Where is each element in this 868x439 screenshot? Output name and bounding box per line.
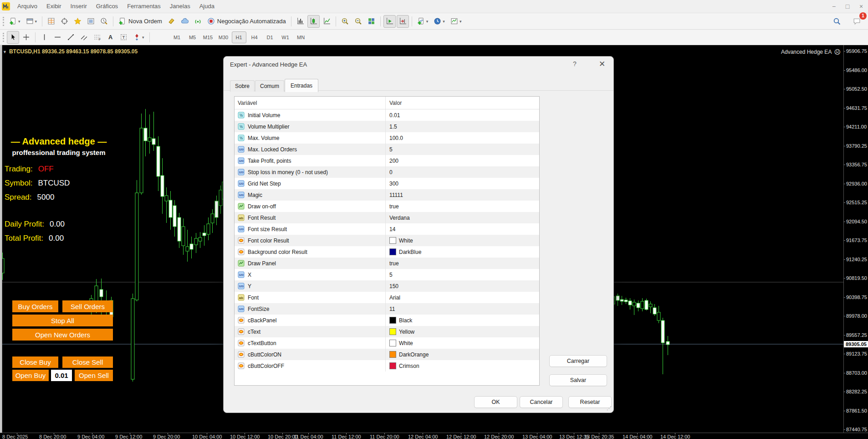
parameters-table[interactable]: Variável Valor ½Initial Volume0.01½Volum… [234, 96, 540, 386]
param-row[interactable]: cTextYellow [235, 326, 539, 337]
param-value[interactable]: 11 [389, 306, 395, 312]
param-row[interactable]: Font color ResultWhite [235, 235, 539, 246]
market-watch-button[interactable] [45, 15, 57, 28]
open-new-orders-button[interactable]: Open New Orders [12, 329, 113, 341]
param-row[interactable]: abFontArial [235, 292, 539, 303]
algo-trading-button[interactable]: Negociação Automatizada [205, 15, 288, 28]
param-value[interactable]: Verdana [389, 215, 410, 221]
lot-size-input[interactable]: 0.01 [51, 370, 72, 381]
close-window-button[interactable]: × [854, 0, 868, 12]
param-value[interactable]: true [389, 203, 399, 210]
param-row[interactable]: 123Magic11111 [235, 189, 539, 201]
param-value[interactable]: 0 [389, 169, 393, 176]
menu-inserir[interactable]: Inserir [66, 0, 92, 13]
sell-orders-button[interactable]: Sell Orders [62, 300, 113, 312]
param-row[interactable]: cBackPanelBlack [235, 315, 539, 326]
search-button[interactable] [831, 15, 843, 28]
param-value[interactable]: 14 [389, 226, 395, 232]
param-row[interactable]: ½Volume Multiplier1.5 [235, 121, 539, 132]
navigator-button[interactable] [71, 15, 84, 28]
price-axis[interactable]: 95906.7595486.0095052.5094631.7594211.00… [843, 45, 868, 433]
param-row[interactable]: cTextButtonWhite [235, 337, 539, 349]
param-row[interactable]: 123Y150 [235, 280, 539, 292]
depth-of-market-button[interactable] [165, 15, 178, 28]
reset-button[interactable]: Resetar [568, 396, 612, 408]
timeframe-m15[interactable]: M15 [201, 31, 215, 43]
param-value[interactable]: DarkOrange [399, 351, 429, 358]
menu-exibir[interactable]: Exibir [42, 0, 66, 13]
periods-dropdown-icon[interactable]: ▾ [443, 19, 445, 24]
param-row[interactable]: 123Grid Net Step300 [235, 178, 539, 189]
crosshair-button[interactable] [20, 31, 32, 44]
param-row[interactable]: 123Take Profit, points200 [235, 155, 539, 166]
param-value[interactable]: 150 [389, 283, 398, 289]
tile-windows-button[interactable] [365, 15, 378, 28]
chart-bars-button[interactable] [294, 15, 306, 28]
templates-dropdown-icon[interactable]: ▾ [460, 19, 462, 24]
text-button[interactable]: A [104, 31, 117, 44]
param-value[interactable]: Black [399, 317, 412, 324]
dialog-help-button[interactable]: ? [570, 60, 580, 67]
param-value[interactable]: Crimson [399, 363, 419, 369]
vertical-line-button[interactable] [38, 31, 51, 44]
param-value[interactable]: White [399, 238, 413, 244]
param-row[interactable]: cButtColorOFFCrimson [235, 360, 539, 372]
chat-button[interactable]: 1 [851, 15, 863, 28]
param-row[interactable]: Draw Paneltrue [235, 258, 539, 269]
zoom-out-button[interactable] [352, 15, 364, 28]
timeframe-mn[interactable]: MN [294, 31, 308, 43]
param-row[interactable]: 123Max. Locked Orders5 [235, 144, 539, 155]
trendline-button[interactable] [65, 31, 77, 44]
save-button[interactable]: Salvar [549, 374, 607, 386]
new-order-button[interactable]: Nova Ordem [116, 15, 164, 28]
chart-candles-button[interactable] [307, 15, 320, 28]
time-axis[interactable]: 8 Dec 20258 Dec 20:009 Dec 04:009 Dec 12… [0, 433, 868, 439]
param-row[interactable]: 123X5 [235, 269, 539, 280]
templates-button[interactable]: ▾ [448, 15, 464, 28]
param-value[interactable]: 200 [389, 158, 398, 164]
strategy-tester-button[interactable] [98, 15, 110, 28]
open-sell-button[interactable]: Open Sell [75, 370, 113, 381]
timeframe-m30[interactable]: M30 [216, 31, 231, 43]
param-value[interactable]: true [389, 260, 399, 267]
param-value[interactable]: DarkBlue [399, 249, 421, 255]
tab-entradas[interactable]: Entradas [285, 79, 318, 92]
arrows-dropdown-icon[interactable]: ▾ [142, 35, 144, 40]
param-row[interactable]: ½Initial Volume0.01 [235, 109, 539, 121]
tab-sobre[interactable]: Sobre [230, 80, 255, 92]
fibonacci-button[interactable]: F [91, 31, 103, 44]
dialog-close-button[interactable]: ✕ [596, 59, 608, 69]
param-value[interactable]: Yellow [399, 329, 414, 335]
indicators-dropdown-icon[interactable]: ▾ [426, 19, 429, 24]
community-button[interactable] [179, 15, 191, 28]
param-row[interactable]: 123Stop loss in money (0 - not used)0 [235, 166, 539, 178]
profiles-dropdown-icon[interactable]: ▾ [35, 19, 37, 24]
arrows-button[interactable]: ▾ [131, 31, 147, 44]
menu-arquivo[interactable]: Arquivo [13, 0, 42, 13]
ea-disabled-icon[interactable]: ☹ [834, 48, 841, 56]
param-row[interactable]: Draw on-offtrue [235, 201, 539, 212]
tab-comum[interactable]: Comum [255, 80, 284, 92]
param-row[interactable]: cButtColorONDarkOrange [235, 349, 539, 360]
collapse-arrow-icon[interactable]: ▼ [3, 50, 7, 54]
timeframe-h4[interactable]: H4 [247, 31, 262, 43]
param-row[interactable]: abFont ResultVerdana [235, 212, 539, 223]
minimize-button[interactable]: − [827, 0, 841, 12]
buy-orders-button[interactable]: Buy Orders [12, 300, 58, 312]
load-button[interactable]: Carregar [549, 355, 607, 367]
param-value[interactable]: 5 [389, 272, 393, 278]
menu-gráficos[interactable]: Gráficos [92, 0, 123, 13]
new-chart-dropdown-icon[interactable]: ▾ [18, 19, 20, 24]
param-row[interactable]: Background color ResultDarkBlue [235, 246, 539, 258]
zoom-in-button[interactable] [339, 15, 351, 28]
stop-all-button[interactable]: Stop All [12, 315, 113, 326]
auto-scroll-button[interactable] [383, 15, 396, 28]
toolbox-button[interactable] [85, 15, 97, 28]
text-label-button[interactable]: T [117, 31, 130, 44]
param-value[interactable]: 0.01 [389, 112, 400, 119]
param-value[interactable]: 11111 [389, 192, 403, 198]
restore-button[interactable]: □ [841, 0, 854, 12]
timeframe-h1[interactable]: H1 [232, 31, 246, 43]
close-buy-button[interactable]: Close Buy [12, 356, 58, 368]
param-row[interactable]: ½Max. Volume100.0 [235, 132, 539, 144]
